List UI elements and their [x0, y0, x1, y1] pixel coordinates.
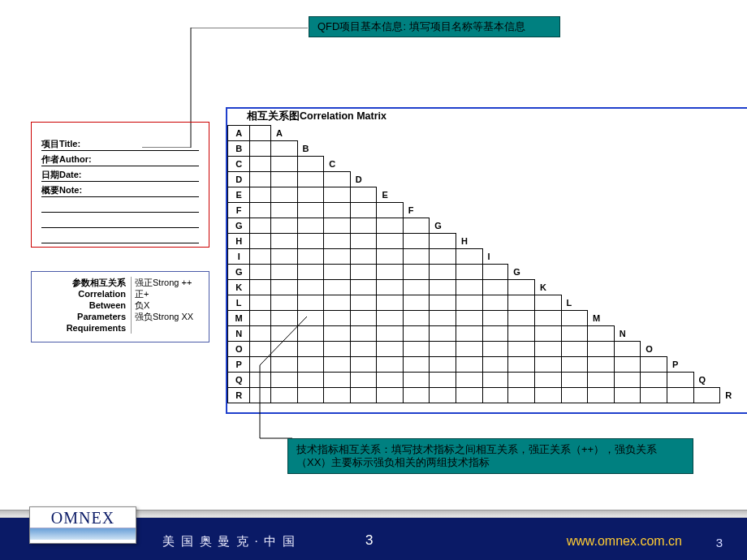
footer-cn-text: 美 国 奥 曼 克 · 中 国: [162, 534, 296, 549]
matrix-cell: [297, 357, 324, 373]
matrix-cell: [350, 234, 377, 249]
matrix-cell: [324, 218, 351, 234]
matrix-cell: [561, 342, 587, 357]
matrix-cell: [377, 218, 403, 234]
matrix-cell: [561, 388, 587, 403]
matrix-diag-label: F: [403, 203, 429, 218]
matrix-cell: [561, 326, 587, 342]
matrix-cell: [508, 295, 535, 311]
matrix-cell: [250, 342, 271, 357]
callout-tech-correlation-text: 技术指标相互关系：填写技术指标之间相互关系，强正关系（++），强负关系（XX）主…: [296, 443, 684, 469]
matrix-cell: [324, 172, 351, 187]
matrix-cell: [430, 265, 456, 280]
callout-qfd-info-text: QFD项目基本信息: 填写项目名称等基本信息: [317, 19, 525, 34]
matrix-cell: [508, 388, 535, 403]
matrix-cell: [482, 295, 508, 311]
matrix-cell: [456, 265, 482, 280]
matrix-cell: [430, 388, 456, 403]
matrix-cell: [456, 373, 482, 388]
matrix-cell: [250, 172, 271, 187]
matrix-cell: [377, 295, 403, 311]
matrix-cell: [271, 157, 298, 172]
matrix-cell: [350, 203, 377, 218]
matrix-diag-label: R: [720, 388, 747, 403]
blank-line: [41, 214, 199, 228]
matrix-cell: [587, 326, 614, 342]
matrix-cell: [297, 234, 324, 249]
matrix-cell: [297, 249, 324, 265]
matrix-cell: [482, 326, 508, 342]
blank-line: [41, 199, 199, 213]
project-info-box: 项目Title: 作者Author: 日期Date: 概要Note:: [31, 122, 209, 248]
matrix-cell: [377, 357, 403, 373]
matrix-row-header: H: [228, 234, 250, 249]
matrix-cell: [403, 326, 429, 342]
matrix-cell: [508, 326, 535, 342]
matrix-row-header: N: [228, 326, 250, 342]
matrix-cell: [324, 342, 351, 357]
correlation-matrix-area: 相互关系图Correlation Matrix AABBCCDDEEFFGGHH…: [227, 110, 747, 403]
matrix-row-header: G: [228, 265, 250, 280]
matrix-row-header: L: [228, 295, 250, 311]
matrix-cell: [271, 265, 298, 280]
correlation-legend: 参数相互关系 Correlation Between Parameters Re…: [31, 271, 209, 342]
matrix-cell: [456, 249, 482, 265]
matrix-cell: [250, 388, 271, 403]
matrix-cell: [587, 388, 614, 403]
matrix-cell: [614, 342, 641, 357]
matrix-row-header: F: [228, 203, 250, 218]
matrix-cell: [297, 187, 324, 203]
matrix-cell: [430, 342, 456, 357]
matrix-diag-label: N: [614, 326, 641, 342]
frame-top: [226, 107, 747, 109]
legend-title: 参数相互关系 Correlation Between Parameters Re…: [32, 272, 129, 342]
matrix-cell: [250, 357, 271, 373]
matrix-cell: [324, 249, 351, 265]
matrix-cell: [482, 265, 508, 280]
matrix-cell: [377, 326, 403, 342]
matrix-cell: [482, 357, 508, 373]
matrix-cell: [377, 280, 403, 295]
omnex-logo-globe: [30, 528, 136, 540]
matrix-diag-label: M: [587, 311, 614, 326]
matrix-cell: [297, 326, 324, 342]
matrix-cell: [250, 187, 271, 203]
matrix-diag-label: H: [456, 234, 482, 249]
matrix-cell: [271, 357, 298, 373]
matrix-diag-label: G: [508, 265, 535, 280]
matrix-cell: [297, 295, 324, 311]
matrix-cell: [430, 326, 456, 342]
matrix-cell: [508, 373, 535, 388]
matrix-cell: [587, 357, 614, 373]
matrix-row-header: K: [228, 280, 250, 295]
matrix-cell: [534, 388, 561, 403]
matrix-diag-label: A: [271, 126, 298, 141]
matrix-cell: [250, 280, 271, 295]
matrix-cell: [403, 357, 429, 373]
matrix-cell: [250, 234, 271, 249]
matrix-cell: [693, 388, 720, 403]
matrix-cell: [456, 342, 482, 357]
matrix-cell: [350, 295, 377, 311]
matrix-cell: [403, 234, 429, 249]
matrix-cell: [508, 357, 535, 373]
matrix-cell: [271, 280, 298, 295]
matrix-cell: [250, 218, 271, 234]
matrix-cell: [482, 311, 508, 326]
matrix-diag-label: L: [561, 295, 587, 311]
callout-qfd-info: QFD项目基本信息: 填写项目名称等基本信息: [309, 16, 560, 37]
matrix-cell: [297, 218, 324, 234]
blank-line: [41, 230, 199, 243]
matrix-cell: [324, 203, 351, 218]
matrix-cell: [271, 295, 298, 311]
matrix-cell: [350, 187, 377, 203]
matrix-title: 相互关系图Correlation Matrix: [247, 110, 747, 123]
matrix-cell: [482, 388, 508, 403]
matrix-cell: [271, 187, 298, 203]
matrix-cell: [377, 373, 403, 388]
matrix-cell: [350, 373, 377, 388]
matrix-cell: [377, 234, 403, 249]
matrix-cell: [456, 311, 482, 326]
matrix-cell: [641, 357, 667, 373]
matrix-cell: [403, 311, 429, 326]
